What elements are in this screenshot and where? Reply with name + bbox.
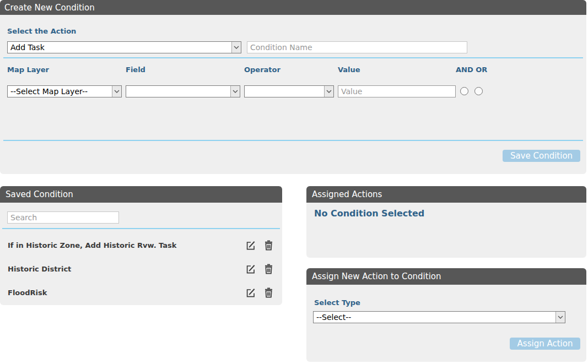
or-radio[interactable] xyxy=(474,87,483,95)
saved-condition-row[interactable]: Historic District xyxy=(0,257,282,281)
operator-select[interactable] xyxy=(244,85,334,97)
delete-condition-button[interactable] xyxy=(263,240,274,251)
chevron-down-icon xyxy=(112,86,121,97)
saved-condition-row[interactable]: FloodRisk xyxy=(0,281,282,305)
edit-icon xyxy=(245,240,257,251)
assigned-actions-header: Assigned Actions xyxy=(306,186,586,203)
action-select-value: Add Task xyxy=(8,42,231,53)
saved-condition-panel: Saved Condition If in Historic Zone, Add… xyxy=(0,186,282,305)
trash-icon xyxy=(263,263,274,275)
no-condition-selected-message: No Condition Selected xyxy=(314,208,424,219)
create-condition-header: Create New Condition xyxy=(0,0,586,15)
assigned-actions-panel: Assigned Actions No Condition Selected xyxy=(306,186,586,258)
condition-name-text: If in Historic Zone, Add Historic Rvw. T… xyxy=(8,241,245,249)
chevron-down-icon xyxy=(231,42,241,53)
chevron-down-icon xyxy=(230,86,240,97)
edit-icon xyxy=(245,263,257,275)
map-layer-select-value: --Select Map Layer-- xyxy=(8,86,112,97)
operator-select-value xyxy=(245,86,324,97)
assign-action-title: Assign New Action to Condition xyxy=(312,271,441,281)
create-condition-panel: Create New Condition Select the Action A… xyxy=(0,0,586,174)
trash-icon xyxy=(263,240,274,251)
condition-name-text: Historic District xyxy=(8,265,245,273)
value-label: Value xyxy=(338,66,360,74)
edit-condition-button[interactable] xyxy=(245,263,257,275)
search-input[interactable] xyxy=(7,211,119,224)
delete-condition-button[interactable] xyxy=(263,263,274,275)
operator-label: Operator xyxy=(244,66,280,74)
assign-action-button[interactable]: Assign Action xyxy=(510,338,580,350)
assigned-actions-title: Assigned Actions xyxy=(312,189,382,199)
type-select[interactable]: --Select-- xyxy=(313,311,565,323)
saved-condition-row[interactable]: If in Historic Zone, Add Historic Rvw. T… xyxy=(0,233,282,257)
and-or-label: AND OR xyxy=(456,66,487,74)
condition-name-text: FloodRisk xyxy=(8,289,245,297)
divider xyxy=(3,140,583,141)
assign-action-header: Assign New Action to Condition xyxy=(306,268,586,285)
condition-builder-page: Create New Condition Select the Action A… xyxy=(0,0,588,364)
divider xyxy=(2,228,280,229)
select-type-label: Select Type xyxy=(314,298,360,307)
chevron-down-icon xyxy=(324,86,333,97)
condition-name-input[interactable] xyxy=(247,41,467,53)
select-action-label: Select the Action xyxy=(7,27,76,35)
type-select-value: --Select-- xyxy=(314,312,555,323)
trash-icon xyxy=(263,287,274,298)
edit-condition-button[interactable] xyxy=(245,287,257,298)
chevron-down-icon xyxy=(555,312,565,323)
map-layer-select[interactable]: --Select Map Layer-- xyxy=(7,85,122,97)
field-label: Field xyxy=(126,66,145,74)
delete-condition-button[interactable] xyxy=(263,287,274,298)
assign-action-panel: Assign New Action to Condition Select Ty… xyxy=(306,268,586,362)
field-select[interactable] xyxy=(126,85,240,97)
edit-icon xyxy=(245,287,257,298)
save-condition-button[interactable]: Save Condition xyxy=(503,150,580,162)
create-condition-title: Create New Condition xyxy=(4,3,95,13)
divider xyxy=(3,57,583,58)
and-radio[interactable] xyxy=(460,87,468,95)
saved-condition-header: Saved Condition xyxy=(0,186,282,203)
action-select[interactable]: Add Task xyxy=(7,41,241,53)
map-layer-label: Map Layer xyxy=(7,66,49,74)
value-input[interactable] xyxy=(338,85,456,97)
field-select-value xyxy=(126,86,230,97)
saved-condition-list: If in Historic Zone, Add Historic Rvw. T… xyxy=(0,233,282,305)
saved-condition-title: Saved Condition xyxy=(6,189,73,199)
edit-condition-button[interactable] xyxy=(245,240,257,251)
